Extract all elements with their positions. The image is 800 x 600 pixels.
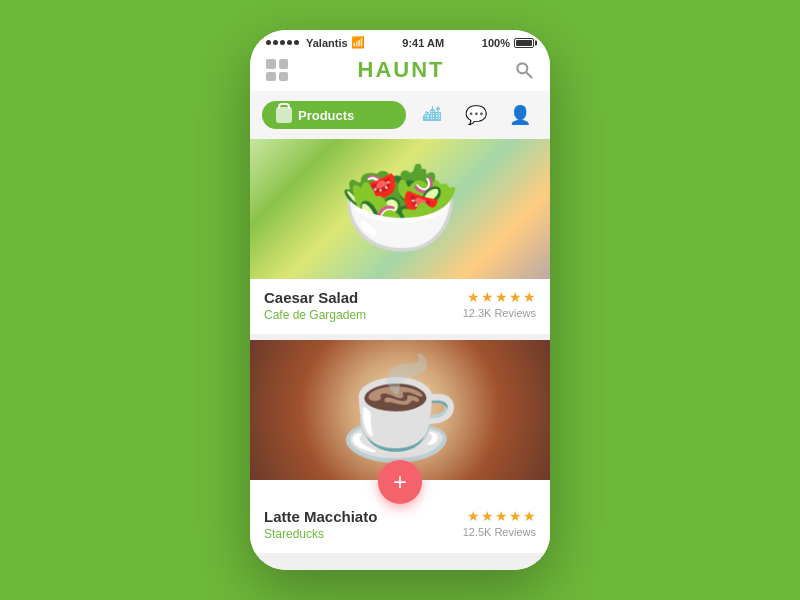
app-header: HAUNT xyxy=(250,51,550,91)
star-2: ★ xyxy=(481,508,494,524)
status-left: Yalantis 📶 xyxy=(266,36,365,49)
carrier-label: Yalantis xyxy=(306,37,348,49)
menu-icon[interactable] xyxy=(266,59,288,81)
status-bar: Yalantis 📶 9:41 AM 100% xyxy=(250,30,550,51)
star-2: ★ xyxy=(481,289,494,305)
plus-icon: + xyxy=(393,470,407,494)
tab-messages[interactable]: 💬 xyxy=(458,97,494,133)
battery-icon xyxy=(514,38,534,48)
building-icon: 🏙 xyxy=(423,105,441,126)
star-4: ★ xyxy=(509,289,522,305)
add-button[interactable]: + xyxy=(378,460,422,504)
svg-line-1 xyxy=(527,73,532,78)
latte-macchiato-reviews: 12.5K Reviews xyxy=(463,526,536,538)
caesar-salad-image xyxy=(250,139,550,279)
caesar-salad-restaurant: Cafe de Gargadem xyxy=(264,308,366,322)
caesar-salad-info: Caesar Salad Cafe de Gargadem ★ ★ ★ ★ ★ … xyxy=(250,279,550,334)
tab-places[interactable]: 🏙 xyxy=(414,97,450,133)
app-title: HAUNT xyxy=(358,57,445,83)
star-4: ★ xyxy=(509,508,522,524)
wifi-icon: 📶 xyxy=(351,36,365,49)
battery-label: 100% xyxy=(482,37,510,49)
user-icon: 👤 xyxy=(509,104,531,126)
main-content: Caesar Salad Cafe de Gargadem ★ ★ ★ ★ ★ … xyxy=(250,139,550,570)
product-card-caesar-salad[interactable]: Caesar Salad Cafe de Gargadem ★ ★ ★ ★ ★ … xyxy=(250,139,550,334)
caesar-salad-text: Caesar Salad Cafe de Gargadem xyxy=(264,289,366,322)
latte-macchiato-stars: ★ ★ ★ ★ ★ xyxy=(463,508,536,524)
caesar-salad-stars: ★ ★ ★ ★ ★ xyxy=(463,289,536,305)
latte-macchiato-rating: ★ ★ ★ ★ ★ 12.5K Reviews xyxy=(463,508,536,538)
signal-dot-4 xyxy=(287,40,292,45)
signal-dot-1 xyxy=(266,40,271,45)
signal-dot-5 xyxy=(294,40,299,45)
star-5: ★ xyxy=(523,508,536,524)
status-right: 100% xyxy=(482,37,534,49)
star-1: ★ xyxy=(467,289,480,305)
tab-profile[interactable]: 👤 xyxy=(502,97,538,133)
latte-macchiato-name: Latte Macchiato xyxy=(264,508,377,525)
star-1: ★ xyxy=(467,508,480,524)
tab-products-label: Products xyxy=(298,108,354,123)
battery-fill xyxy=(516,40,532,46)
signal-dot-3 xyxy=(280,40,285,45)
latte-macchiato-image xyxy=(250,340,550,480)
phone-frame: Yalantis 📶 9:41 AM 100% HAUNT xyxy=(250,30,550,570)
star-3: ★ xyxy=(495,508,508,524)
search-icon[interactable] xyxy=(514,60,534,80)
nav-tabs: Products 🏙 💬 👤 xyxy=(250,91,550,139)
time-display: 9:41 AM xyxy=(402,37,444,49)
grid-cell-4 xyxy=(279,72,289,82)
tab-products[interactable]: Products xyxy=(262,101,406,129)
caesar-salad-reviews: 12.3K Reviews xyxy=(463,307,536,319)
star-3: ★ xyxy=(495,289,508,305)
signal-dots xyxy=(266,40,299,45)
grid-cell-3 xyxy=(266,72,276,82)
caesar-salad-rating: ★ ★ ★ ★ ★ 12.3K Reviews xyxy=(463,289,536,319)
grid-cell-2 xyxy=(279,59,289,69)
caesar-salad-name: Caesar Salad xyxy=(264,289,366,306)
latte-macchiato-restaurant: Stareducks xyxy=(264,527,377,541)
signal-dot-2 xyxy=(273,40,278,45)
star-5: ★ xyxy=(523,289,536,305)
chat-icon: 💬 xyxy=(465,104,487,126)
product-card-latte-macchiato[interactable]: + Latte Macchiato Stareducks ★ ★ ★ ★ ★ xyxy=(250,340,550,553)
latte-macchiato-text: Latte Macchiato Stareducks xyxy=(264,508,377,541)
grid-cell-1 xyxy=(266,59,276,69)
bag-icon xyxy=(276,107,292,123)
